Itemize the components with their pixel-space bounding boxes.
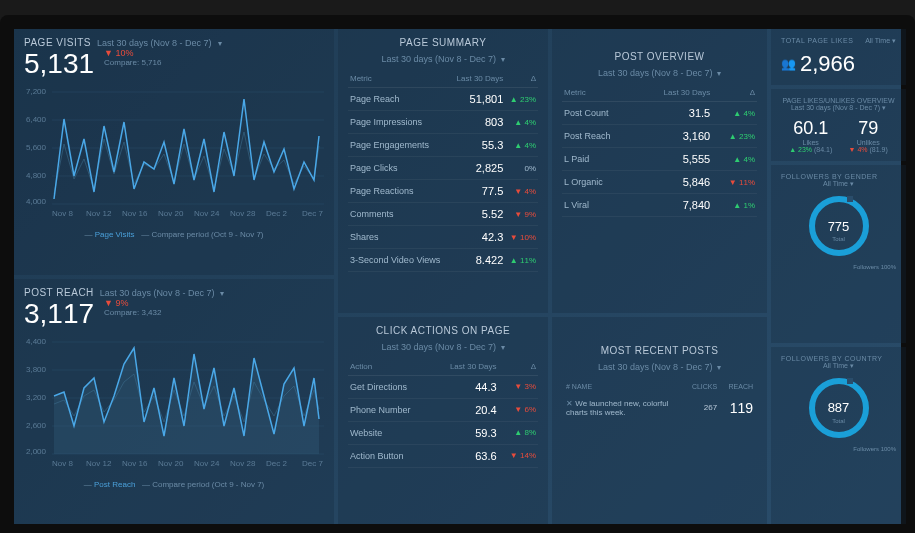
followers-gender-panel: FOLLOWERS BY GENDER All Time ▾ 775 Total… xyxy=(771,165,906,343)
likes-unlikes-panel: PAGE LIKES/UNLIKES OVERVIEW Last 30 days… xyxy=(771,89,906,161)
table-row: Comments5.52▼ 9% xyxy=(348,203,538,226)
table-row: Page Clicks2,8250% xyxy=(348,157,538,180)
svg-text:Nov 20: Nov 20 xyxy=(158,459,184,468)
svg-text:Nov 24: Nov 24 xyxy=(194,209,220,218)
table-row: L Organic5,846▼ 11% xyxy=(562,171,757,194)
post-reach-title: POST REACH xyxy=(24,287,94,298)
svg-text:Nov 8: Nov 8 xyxy=(52,459,73,468)
svg-text:3,200: 3,200 xyxy=(26,393,47,402)
post-overview-panel: POST OVERVIEW Last 30 days (Nov 8 - Dec … xyxy=(552,29,767,313)
svg-text:Nov 28: Nov 28 xyxy=(230,209,256,218)
table-row: L Paid5,555▲ 4% xyxy=(562,148,757,171)
svg-text:4,000: 4,000 xyxy=(26,197,47,206)
table-row: Get Directions44.3▼ 3% xyxy=(348,375,538,398)
page-summary-table: MetricLast 30 DaysΔ Page Reach51,801▲ 23… xyxy=(348,70,538,272)
post-reach-chart: 4,4003,8003,2002,6002,000 Nov 8Nov 12Nov… xyxy=(24,334,324,478)
table-row: Action Button63.6▼ 14% xyxy=(348,444,538,467)
followers-country-panel: FOLLOWERS BY COUNTRY All Time ▾ 887 Tota… xyxy=(771,347,906,525)
table-row: Shares42.3▼ 10% xyxy=(348,226,538,249)
svg-text:6,400: 6,400 xyxy=(26,115,47,124)
post-overview-title: POST OVERVIEW xyxy=(562,51,757,62)
svg-text:Nov 16: Nov 16 xyxy=(122,459,148,468)
svg-marker-28 xyxy=(54,348,319,454)
recent-posts-table: # NAMECLICKSREACH ✕ We launched new, col… xyxy=(562,378,757,423)
svg-text:5,600: 5,600 xyxy=(26,143,47,152)
people-icon: 👥 xyxy=(781,57,796,71)
table-row: Post Count31.5▲ 4% xyxy=(562,102,757,125)
svg-text:Nov 24: Nov 24 xyxy=(194,459,220,468)
svg-text:Nov 16: Nov 16 xyxy=(122,209,148,218)
post-overview-table: MetricLast 30 DaysΔ Post Count31.5▲ 4%Po… xyxy=(562,84,757,217)
table-row: L Viral7,840▲ 1% xyxy=(562,194,757,217)
table-row: Page Reach51,801▲ 23% xyxy=(348,88,538,111)
post-reach-panel: POST REACH Last 30 days (Nov 8 - Dec 7) … xyxy=(14,279,334,525)
post-reach-value: 3,117 xyxy=(24,298,94,330)
table-row: Post Reach3,160▲ 23% xyxy=(562,125,757,148)
svg-text:Nov 12: Nov 12 xyxy=(86,209,112,218)
date-range[interactable]: Last 30 days (Nov 8 - Dec 7) xyxy=(100,288,215,298)
svg-text:Nov 28: Nov 28 xyxy=(230,459,256,468)
table-row: Website59.3▲ 8% xyxy=(348,421,538,444)
svg-text:Nov 8: Nov 8 xyxy=(52,209,73,218)
svg-text:2,000: 2,000 xyxy=(26,447,47,456)
date-range[interactable]: Last 30 days (Nov 8 - Dec 7) xyxy=(97,38,212,48)
post-reach-compare: Compare: 3,432 xyxy=(104,308,161,317)
post-reach-delta: ▼ 9% xyxy=(104,298,161,308)
click-actions-title: CLICK ACTIONS ON PAGE xyxy=(348,325,538,336)
svg-text:Nov 12: Nov 12 xyxy=(86,459,112,468)
svg-text:Nov 20: Nov 20 xyxy=(158,209,184,218)
chevron-down-icon[interactable]: ▾ xyxy=(717,69,721,78)
recent-posts-panel: MOST RECENT POSTS Last 30 days (Nov 8 - … xyxy=(552,317,767,524)
page-visits-legend: — Page Visits — Compare period (Oct 9 - … xyxy=(24,230,324,239)
table-row: Page Reactions77.5▼ 4% xyxy=(348,180,538,203)
click-actions-table: ActionLast 30 DaysΔ Get Directions44.3▼ … xyxy=(348,358,538,468)
page-visits-chart: 7,2006,4005,6004,8004,000 Nov 8Nov 12Nov… xyxy=(24,84,324,228)
page-visits-title: PAGE VISITS xyxy=(24,37,91,48)
svg-text:7,200: 7,200 xyxy=(26,87,47,96)
page-visits-delta: ▼ 10% xyxy=(104,48,161,58)
chevron-down-icon[interactable]: ▾ xyxy=(220,289,224,298)
click-actions-panel: CLICK ACTIONS ON PAGE Last 30 days (Nov … xyxy=(338,317,548,524)
page-visits-value: 5,131 xyxy=(24,48,94,80)
total-likes-panel: TOTAL PAGE LIKESAll Time ▾ 👥 2,966 xyxy=(771,29,906,85)
recent-post-row[interactable]: ✕ We launched new, colorful charts this … xyxy=(564,395,755,421)
chevron-down-icon[interactable]: ▾ xyxy=(218,39,222,48)
svg-text:4,800: 4,800 xyxy=(26,171,47,180)
chevron-down-icon[interactable]: ▾ xyxy=(501,343,505,352)
svg-text:Dec 7: Dec 7 xyxy=(302,209,323,218)
table-row: Page Engagements55.3▲ 4% xyxy=(348,134,538,157)
page-summary-panel: PAGE SUMMARY Last 30 days (Nov 8 - Dec 7… xyxy=(338,29,548,313)
table-row: Page Impressions803▲ 4% xyxy=(348,111,538,134)
svg-text:Dec 2: Dec 2 xyxy=(266,459,287,468)
page-visits-panel: PAGE VISITS Last 30 days (Nov 8 - Dec 7)… xyxy=(14,29,334,275)
likes-value: 60.1 xyxy=(789,118,832,139)
unlikes-value: 79 xyxy=(849,118,888,139)
gender-donut: 775 Total xyxy=(809,196,869,256)
svg-text:4,400: 4,400 xyxy=(26,337,47,346)
page-visits-compare: Compare: 5,716 xyxy=(104,58,161,67)
svg-text:3,800: 3,800 xyxy=(26,365,47,374)
chevron-down-icon[interactable]: ▾ xyxy=(501,55,505,64)
svg-text:Dec 7: Dec 7 xyxy=(302,459,323,468)
svg-text:2,600: 2,600 xyxy=(26,421,47,430)
dashboard: PAGE VISITS Last 30 days (Nov 8 - Dec 7)… xyxy=(14,29,901,524)
svg-text:Dec 2: Dec 2 xyxy=(266,209,287,218)
page-summary-title: PAGE SUMMARY xyxy=(348,37,538,48)
country-donut: 887 Total xyxy=(809,378,869,438)
monitor-frame: PAGE VISITS Last 30 days (Nov 8 - Dec 7)… xyxy=(0,15,915,533)
chevron-down-icon[interactable]: ▾ xyxy=(717,363,721,372)
table-row: 3-Second Video Views8.422▲ 11% xyxy=(348,249,538,272)
post-reach-legend: — Post Reach — Compare period (Oct 9 - N… xyxy=(24,480,324,489)
total-likes-value: 2,966 xyxy=(800,51,855,77)
table-row: Phone Number20.4▼ 6% xyxy=(348,398,538,421)
recent-posts-title: MOST RECENT POSTS xyxy=(562,345,757,356)
